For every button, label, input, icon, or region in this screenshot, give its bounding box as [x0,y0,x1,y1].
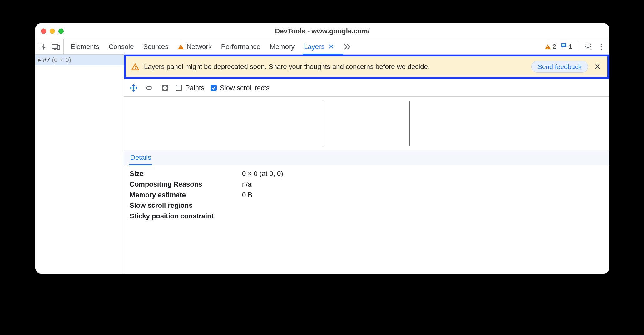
tab-label: Elements [71,43,99,51]
separator [578,41,578,52]
tab-label: Network [186,43,212,51]
details-key: Memory estimate [130,191,242,199]
tab-label: Memory [270,43,295,51]
tab-console[interactable]: Console [109,39,134,54]
chevron-double-right-icon[interactable] [343,42,352,51]
warning-icon [131,63,139,70]
checkbox-label: Slow scroll rects [220,84,270,92]
messages-count: 1 [569,43,572,50]
svg-rect-7 [547,48,548,48]
svg-rect-15 [135,68,136,69]
traffic-lights [41,28,64,34]
svg-rect-6 [547,46,548,47]
tab-label: Console [109,43,134,51]
issues-count: 2 [553,43,556,50]
zoom-window-button[interactable] [58,28,64,34]
tab-performance[interactable]: Performance [221,39,260,54]
tab-label: Sources [143,43,168,51]
tab-sources[interactable]: Sources [143,39,168,54]
warning-icon [545,44,551,50]
view-controls: Paints Slow scroll rects [124,80,609,97]
issues-badge[interactable]: 2 [545,43,556,50]
svg-point-13 [601,48,602,50]
tab-elements[interactable]: Elements [71,39,99,54]
details-row-memory: Memory estimate 0 B [130,190,604,200]
banner-message: Layers panel might be deprecated soon. S… [144,63,526,71]
tab-label: Layers [304,43,324,51]
panel-body: ▶ #7 (0 × 0) Layers panel might be depre… [35,55,609,274]
details-row-sticky: Sticky position constraint [130,211,604,221]
deprecation-banner-highlight: Layers panel might be deprecated soon. S… [124,55,609,79]
tab-label: Performance [221,43,260,51]
selected-layer-outline [324,101,410,146]
tab-network[interactable]: Network [178,39,212,54]
details-tabstrip: Details [124,150,609,165]
toolbar-left-group [37,39,64,54]
details-value: 0 B [242,191,252,199]
window-title: DevTools - www.google.com/ [35,27,609,35]
toolbar-right-group: 2 1 [543,39,609,54]
layer-canvas[interactable] [124,97,609,150]
details-key: Compositing Reasons [130,180,242,188]
details-tab-label: Details [130,153,151,161]
details-row-size: Size 0 × 0 (at 0, 0) [130,168,604,179]
slow-scroll-checkbox[interactable]: Slow scroll rects [211,84,270,92]
titlebar: DevTools - www.google.com/ [35,23,609,39]
checkbox-box [211,85,217,91]
devtools-window: DevTools - www.google.com/ [35,23,609,274]
tree-expand-icon[interactable]: ▶ [38,57,42,63]
send-feedback-button[interactable]: Send feedback [531,61,588,73]
checkbox-box [176,85,182,91]
svg-rect-4 [181,46,181,47]
paints-checkbox[interactable]: Paints [176,84,204,92]
tab-layers[interactable]: Layers ✕ [304,39,334,54]
svg-point-10 [587,46,589,47]
layer-id: #7 [43,56,50,64]
device-toggle-icon[interactable] [52,42,60,51]
main-toolbar: Elements Console Sources Network Perform… [35,39,609,55]
details-value: 0 × 0 (at 0, 0) [242,170,283,178]
layer-tree-item[interactable]: ▶ #7 (0 × 0) [35,55,124,65]
minimize-window-button[interactable] [50,28,55,34]
details-tab[interactable]: Details [124,150,157,165]
svg-point-12 [601,46,602,47]
messages-badge[interactable]: 1 [561,43,572,51]
kebab-icon[interactable] [597,42,606,51]
layer-dimensions: (0 × 0) [51,56,71,64]
close-tab-icon[interactable]: ✕ [328,43,334,51]
details-value: n/a [242,180,252,188]
reset-view-icon[interactable] [160,83,170,93]
details-key: Slow scroll regions [130,201,242,210]
panel-tabs: Elements Console Sources Network Perform… [64,39,543,54]
details-row-compositing: Compositing Reasons n/a [130,179,604,190]
deprecation-banner: Layers panel might be deprecated soon. S… [126,56,607,77]
close-banner-icon[interactable]: ✕ [593,62,602,71]
checkbox-label: Paints [185,84,204,92]
move-icon[interactable] [129,83,138,93]
layer-tree: ▶ #7 (0 × 0) [35,55,124,274]
svg-rect-14 [135,66,136,67]
details-key: Size [130,170,242,178]
close-window-button[interactable] [41,28,46,34]
layers-main: Layers panel might be deprecated soon. S… [124,55,609,274]
tab-memory[interactable]: Memory [270,39,295,54]
warning-icon [178,44,184,50]
svg-point-11 [601,43,602,45]
svg-rect-8 [562,44,565,45]
svg-rect-9 [562,45,565,46]
svg-rect-5 [181,48,181,48]
inspect-icon[interactable] [38,42,47,51]
details-table: Size 0 × 0 (at 0, 0) Compositing Reasons… [124,165,609,225]
details-row-slow-scroll: Slow scroll regions [130,200,604,211]
details-key: Sticky position constraint [130,212,242,220]
chat-icon [561,43,567,51]
rotate-icon[interactable] [145,83,154,93]
gear-icon[interactable] [584,42,592,51]
